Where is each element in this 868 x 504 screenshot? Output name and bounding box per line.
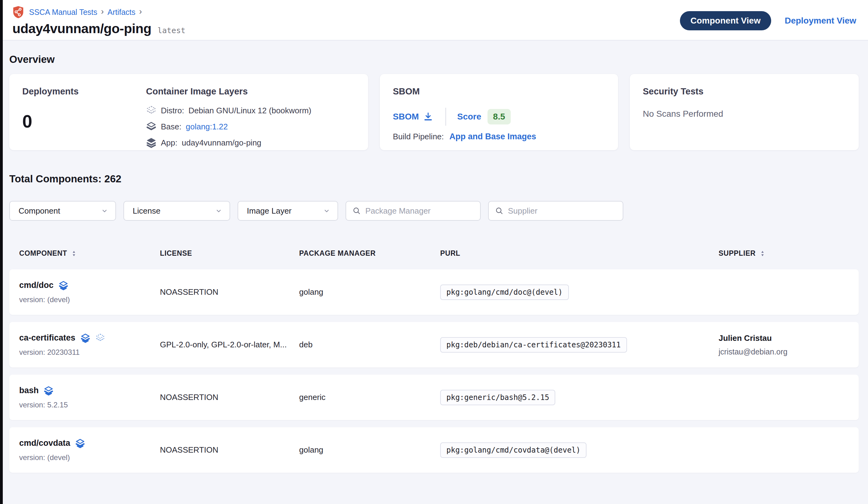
app-layer-icon xyxy=(59,281,68,290)
collapsed-nav-edge xyxy=(0,0,3,504)
component-cell: bash version: 5.2.15 xyxy=(9,375,150,420)
column-header-license: LICENSE xyxy=(150,249,289,258)
sbom-download-label: SBOM xyxy=(393,112,419,122)
filters-bar: Component License Image Layer xyxy=(9,201,859,221)
breadcrumb-artifacts-link[interactable]: Artifacts xyxy=(107,8,135,17)
component-name: ca-certificates xyxy=(19,333,75,343)
license-filter-dropdown[interactable]: License xyxy=(123,201,230,221)
table-row[interactable]: cmd/covdata version: (devel) NOASSERTION… xyxy=(9,427,859,473)
package-manager-search-input[interactable] xyxy=(365,206,474,216)
chevron-down-icon xyxy=(323,207,331,215)
breadcrumb-separator-icon: › xyxy=(139,7,142,17)
license-cell: NOASSERTION xyxy=(150,269,289,315)
supplier-searchbox xyxy=(488,201,623,221)
overview-cards: Deployments 0 Container Image Layers Dis… xyxy=(9,74,859,150)
license-cell: NOASSERTION xyxy=(150,427,289,473)
app-layer-icon xyxy=(44,386,53,396)
purl-chip[interactable]: pkg:golang/cmd/covdata@(devel) xyxy=(440,442,587,458)
package-manager-cell: golang xyxy=(289,269,430,315)
build-pipeline-row: Build Pipeline: App and Base Images xyxy=(393,132,605,141)
image-layer-filter-label: Image Layer xyxy=(247,206,292,216)
sbom-title: SBOM xyxy=(393,87,605,97)
package-manager-cell: deb xyxy=(289,322,430,367)
component-name: cmd/covdata xyxy=(19,439,70,448)
component-version: version: 20230311 xyxy=(19,348,80,357)
image-layer-filter-dropdown[interactable]: Image Layer xyxy=(238,201,338,221)
supplier-search-input[interactable] xyxy=(508,206,617,216)
table-row[interactable]: cmd/doc version: (devel) NOASSERTION gol… xyxy=(9,269,859,315)
column-header-component-label: COMPONENT xyxy=(19,249,67,258)
purl-chip[interactable]: pkg:generic/bash@5.2.15 xyxy=(440,390,555,405)
artifact-title: uday4vunnam/go-ping xyxy=(12,21,151,36)
deployments-count: 0 xyxy=(22,111,146,132)
purl-cell: pkg:golang/cmd/doc@(devel) xyxy=(430,269,709,315)
column-header-purl: PURL xyxy=(430,249,709,258)
security-tests-status: No Scans Performed xyxy=(643,109,846,119)
build-pipeline-label: Build Pipeline: xyxy=(393,132,444,141)
page-header: SSCA Manual Tests › Artifacts › uday4vun… xyxy=(0,0,868,41)
component-name: bash xyxy=(19,386,39,395)
app-layer-icon xyxy=(80,333,90,343)
distro-layer-row: Distro: Debian GNU/Linux 12 (bookworm) xyxy=(146,105,311,116)
purl-cell: pkg:generic/bash@5.2.15 xyxy=(430,375,709,420)
column-header-package-manager-label: PACKAGE MANAGER xyxy=(299,249,376,258)
column-header-component[interactable]: COMPONENT xyxy=(9,249,150,258)
build-pipeline-link[interactable]: App and Base Images xyxy=(450,132,536,141)
distro-layer-label: Distro: xyxy=(161,106,184,115)
distro-layer-icon xyxy=(146,105,156,116)
table-row[interactable]: ca-certificates version: 20230311 GPL-2.… xyxy=(9,322,859,367)
purl-cell: pkg:golang/cmd/covdata@(devel) xyxy=(430,427,709,473)
view-toggle: Component View Deployment View xyxy=(680,11,856,30)
sbom-card: SBOM SBOM Score 8.5 Build Pipeline: App … xyxy=(380,74,618,150)
chevron-down-icon xyxy=(101,207,108,215)
column-header-purl-label: PURL xyxy=(440,249,460,258)
sbom-download-link[interactable]: SBOM xyxy=(393,112,433,122)
supplier-cell xyxy=(709,375,859,420)
purl-chip[interactable]: pkg:deb/debian/ca-certificates@20230311 xyxy=(440,337,627,353)
sbom-actions-row: SBOM Score 8.5 xyxy=(393,108,605,125)
supplier-email: jcristau@debian.org xyxy=(719,347,788,356)
download-icon xyxy=(423,112,433,122)
base-layer-row: Base: golang:1.22 xyxy=(146,121,311,132)
deployment-view-link[interactable]: Deployment View xyxy=(785,16,856,26)
distro-layer-value: Debian GNU/Linux 12 (bookworm) xyxy=(188,106,311,115)
column-header-license-label: LICENSE xyxy=(160,249,192,258)
license-filter-label: License xyxy=(133,206,161,216)
sbom-score: Score 8.5 xyxy=(457,109,511,124)
supplier-cell: Julien Cristau jcristau@debian.org xyxy=(709,322,859,367)
column-header-supplier[interactable]: SUPPLIER xyxy=(709,249,859,258)
component-version: version: (devel) xyxy=(19,453,70,462)
total-components-heading: Total Components: 262 xyxy=(9,173,859,185)
component-view-button[interactable]: Component View xyxy=(680,11,771,30)
column-header-package-manager: PACKAGE MANAGER xyxy=(289,249,430,258)
package-manager-cell: generic xyxy=(289,375,430,420)
breadcrumb-project-link[interactable]: SSCA Manual Tests xyxy=(29,8,97,17)
package-manager-searchbox xyxy=(345,201,481,221)
component-name: cmd/doc xyxy=(19,281,53,290)
component-version: version: (devel) xyxy=(19,295,70,304)
ssca-shield-logo-icon xyxy=(12,6,24,19)
purl-chip[interactable]: pkg:golang/cmd/doc@(devel) xyxy=(440,284,569,300)
artifact-tag-badge: latest xyxy=(157,26,185,35)
search-icon xyxy=(495,206,504,215)
base-layer-icon xyxy=(146,121,156,132)
sort-icon[interactable] xyxy=(759,250,766,257)
column-header-supplier-label: SUPPLIER xyxy=(719,249,756,258)
image-layers-section: Container Image Layers Distro: Debian GN… xyxy=(146,87,311,138)
app-layer-label: App: xyxy=(161,138,177,148)
component-cell: ca-certificates version: 20230311 xyxy=(9,322,150,367)
component-filter-dropdown[interactable]: Component xyxy=(9,201,116,221)
table-row[interactable]: bash version: 5.2.15 NOASSERTION generic… xyxy=(9,375,859,420)
purl-cell: pkg:deb/debian/ca-certificates@20230311 xyxy=(430,322,709,367)
deployments-title: Deployments xyxy=(22,87,146,97)
deployments-section: Deployments 0 xyxy=(22,87,146,138)
breadcrumb-separator-icon: › xyxy=(101,7,104,17)
chevron-down-icon xyxy=(215,207,223,215)
components-table-header: COMPONENT LICENSE PACKAGE MANAGER PURL S… xyxy=(9,249,859,258)
main-content: Overview Deployments 0 Container Image L… xyxy=(0,53,868,473)
distro-layer-icon xyxy=(95,333,105,343)
base-image-link[interactable]: golang:1.22 xyxy=(186,122,228,132)
sort-icon[interactable] xyxy=(70,250,78,257)
base-layer-label: Base: xyxy=(161,122,182,132)
supplier-cell xyxy=(709,427,859,473)
